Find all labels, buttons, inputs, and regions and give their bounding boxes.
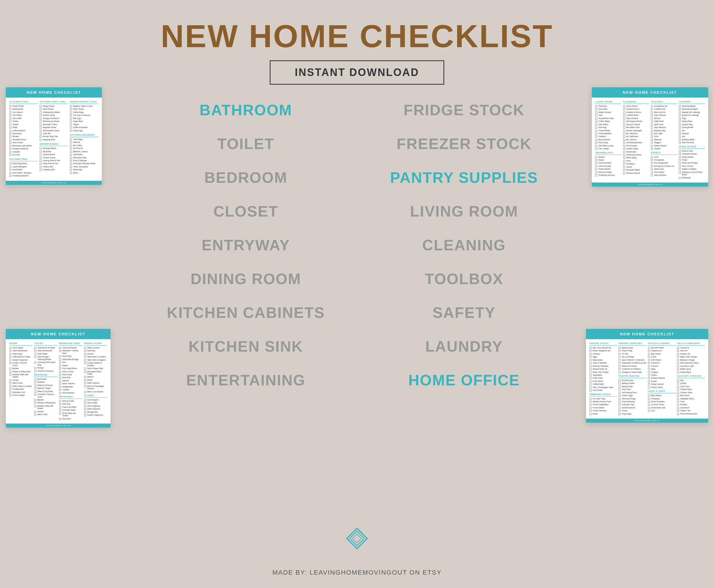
card-footer-tr: LEAVINGHOME.COM.AU [592, 183, 708, 187]
category-item-entertaining: ENTERTAINING [137, 363, 355, 397]
category-item-bedroom: BEDROOM [137, 161, 355, 194]
category-item-home-office: HOME OFFICE [355, 363, 573, 397]
card-footer-br: LEAVINGHOME.COM.AU [586, 419, 708, 423]
card-col-spices: SPICES & HERBS Salt with Iodine Pepperco… [648, 342, 676, 416]
category-item-cleaning: CLEANING [355, 228, 573, 262]
category-item-living-room: LIVING ROOM [355, 194, 573, 228]
card-footer-tl: LEAVINGHOME.COM.AU [6, 181, 102, 185]
category-item-kitchen-sink: KITCHEN SINK [137, 330, 355, 363]
card-col-bedroom-cont: BEDROOM CONT. Chest of Drawers Wardrobe … [59, 342, 82, 421]
category-item-fridge-stock: FRIDGE STOCK [355, 93, 573, 127]
main-title: NEW HOME CHECKLIST [0, 18, 714, 55]
category-item-toilet: TOILET [137, 127, 355, 161]
card-header-bl: NEW HOME CHECKLIST [6, 329, 111, 339]
category-item-bathroom: BATHROOM [137, 93, 355, 127]
card-header-tl: NEW HOME CHECKLIST [6, 87, 102, 98]
main-title-section: NEW HOME CHECKLIST [0, 0, 714, 60]
card-col-sink: KITCHEN SINK CONT. Drying Towels Hand To… [40, 100, 68, 178]
subtitle-box: INSTANT DOWNLOAD [270, 60, 444, 85]
subtitle-text: INSTANT DOWNLOAD [295, 66, 419, 78]
card-col-oils: OILS & VINEGARS Canola Oil Olive Oil Ses… [677, 342, 705, 416]
category-item-freezer-stock: FREEZER STOCK [355, 127, 573, 161]
card-header-tr: NEW HOME CHECKLIST [592, 87, 708, 98]
card-col-fridge: FRIDGE STOCK Milk, Cow, Almond etc. Butt… [589, 342, 617, 416]
card-col-toilet: TOILET Toilet Brush & Holder Toilet Disi… [34, 342, 58, 421]
brand-logo [345, 527, 369, 550]
category-grid: BATHROOMFRIDGE STOCKTOILETFREEZER STOCKB… [137, 93, 573, 397]
card-col-laundry: LAUNDRY Washing Basket Washing Detergent… [679, 100, 705, 180]
card-footer-bl: LEAVINGHOME.COM.AU [6, 423, 111, 427]
card-col-cleaning: CLEANING Indoor Broom Outdoor Broom Dust… [623, 100, 649, 180]
card-col-room: ROOM Hand Towels Toilet Disinfectant Toi… [9, 342, 33, 421]
card-header-br: NEW HOME CHECKLIST [586, 329, 708, 339]
checklist-card-top-left: NEW HOME CHECKLIST KITCHEN CONT. Potato … [6, 87, 102, 185]
category-item-laundry: LAUNDRY [355, 330, 573, 363]
checklist-card-bottom-right: NEW HOME CHECKLIST FRIDGE STOCK Milk, Co… [586, 329, 708, 423]
card-col-entertaining: ENTERTAINING CONT. Napkins, Paper & Line… [70, 100, 98, 178]
category-item-entryway: ENTRYWAY [137, 228, 355, 262]
category-item-kitchen-cabinets: KITCHEN CABINETS [137, 296, 355, 330]
category-item-closet: CLOSET [137, 194, 355, 228]
svg-marker-2 [353, 534, 361, 543]
credits-section: MADE BY: LEAVINGHOMEMOVINGOUT ON ETSY [272, 569, 442, 576]
category-item-toolbox: TOOLBOX [355, 262, 573, 296]
card-col-living: LIVING ROOM Television Sound Bar Media C… [595, 100, 622, 180]
card-col-toolbox: TOOLBOX Screwdriver Set Cordless Drill A… [651, 100, 677, 180]
credits-text: MADE BY: LEAVINGHOMEMOVINGOUT ON ETSY [272, 569, 442, 576]
card-col-pantry: PANTRY SUPPLIES Baking Paper Plastic Wra… [619, 342, 646, 416]
checklist-card-bottom-left: NEW HOME CHECKLIST ROOM Hand Towels Toil… [6, 329, 111, 427]
category-item-pantry-supplies: PANTRY SUPPLIES [355, 161, 573, 194]
category-item-safety: SAFETY [355, 296, 573, 330]
card-col-dining: DINING ROOM Table & Chairs Area Rug Artw… [84, 342, 107, 421]
checklist-card-top-right: NEW HOME CHECKLIST LIVING ROOM Televisio… [592, 87, 708, 187]
card-col-kitchen: KITCHEN CONT. Potato Peeler Bread Board … [9, 100, 38, 178]
category-item-dining-room: DINING ROOM [137, 262, 355, 296]
